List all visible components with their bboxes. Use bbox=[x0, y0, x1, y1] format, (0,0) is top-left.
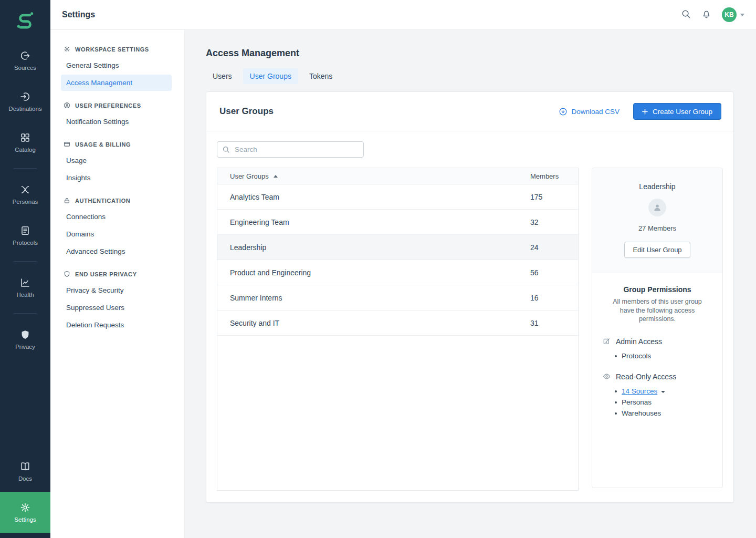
user-icon bbox=[64, 102, 70, 109]
table-row[interactable]: Engineering Team 32 bbox=[217, 210, 578, 235]
section-header: END USER PRIVACY bbox=[50, 266, 184, 282]
group-name-cell: Product and Engineering bbox=[217, 268, 530, 277]
card-body: User Groups Members Analytics Team 175 bbox=[206, 131, 733, 502]
table-row[interactable]: Security and IT 31 bbox=[217, 311, 578, 336]
notifications-button[interactable] bbox=[701, 9, 711, 20]
sidebar-item-personas[interactable]: Personas bbox=[0, 174, 50, 215]
user-groups-table: User Groups Members Analytics Team 175 bbox=[217, 168, 579, 491]
section-header: USAGE & BILLING bbox=[50, 137, 184, 152]
settings-section-user-preferences: USER PREFERENCES Notification Settings bbox=[50, 98, 184, 130]
sidebar-item-usage[interactable]: Usage bbox=[61, 152, 172, 169]
readonly-access-label: Read-Only Access bbox=[616, 373, 676, 381]
members-column-header[interactable]: Members bbox=[530, 172, 578, 180]
group-name: Engineering Team bbox=[230, 218, 289, 226]
admin-access-label: Admin Access bbox=[616, 337, 662, 346]
section-header: USER PREFERENCES bbox=[50, 98, 184, 113]
sidebar-item-destinations[interactable]: Destinations bbox=[0, 81, 50, 122]
readonly-access-group: Read-Only Access 14 Sources Personas War… bbox=[603, 373, 712, 419]
table-row[interactable]: Product and Engineering 56 bbox=[217, 260, 578, 285]
create-user-group-label: Create User Group bbox=[653, 108, 712, 116]
search-icon bbox=[681, 9, 691, 20]
topbar-actions: KB bbox=[681, 7, 744, 22]
sidebar-item-health[interactable]: Health bbox=[0, 267, 50, 308]
search-box bbox=[217, 141, 364, 158]
members-count-cell: 24 bbox=[530, 243, 578, 252]
group-avatar bbox=[648, 199, 666, 216]
group-name-cell: Analytics Team bbox=[217, 193, 530, 201]
nav-label: Health bbox=[16, 292, 34, 298]
eye-icon bbox=[603, 373, 611, 380]
topbar: Settings KB bbox=[50, 0, 756, 30]
group-name: Security and IT bbox=[230, 319, 279, 327]
members-count-cell: 56 bbox=[530, 268, 578, 277]
tab-tokens[interactable]: Tokens bbox=[302, 68, 339, 84]
nav-label: Docs bbox=[18, 475, 32, 482]
members-header-label: Members bbox=[530, 172, 559, 180]
edit-user-group-button[interactable]: Edit User Group bbox=[624, 242, 690, 258]
sidebar-item-sources[interactable]: Sources bbox=[0, 40, 50, 81]
settings-section-workspace: WORKSPACE SETTINGS General Settings Acce… bbox=[50, 42, 184, 91]
lock-icon bbox=[64, 197, 70, 204]
billing-card-icon bbox=[64, 141, 70, 148]
sidebar-item-general-settings[interactable]: General Settings bbox=[61, 57, 172, 74]
sidebar-item-protocols[interactable]: Protocols bbox=[0, 215, 50, 256]
edit-icon bbox=[603, 337, 611, 345]
sidebar-item-privacy[interactable]: Privacy bbox=[0, 319, 50, 360]
sidebar-item-privacy-security[interactable]: Privacy & Security bbox=[61, 282, 172, 298]
plus-icon bbox=[642, 109, 648, 115]
sources-icon bbox=[20, 50, 30, 61]
table-row[interactable]: Leadership 24 bbox=[217, 235, 578, 260]
primary-sidebar: Sources Destinations Catalog Personas Pr… bbox=[0, 0, 50, 538]
permission-item: Personas bbox=[603, 397, 712, 408]
sort-ascending-icon[interactable] bbox=[274, 175, 278, 178]
nav-label: Catalog bbox=[15, 147, 36, 153]
settings-section-usage-billing: USAGE & BILLING Usage Insights bbox=[50, 137, 184, 186]
sidebar-item-insights[interactable]: Insights bbox=[61, 170, 172, 186]
name-column-header[interactable]: User Groups bbox=[217, 172, 530, 180]
download-icon bbox=[559, 107, 568, 116]
card-title: User Groups bbox=[219, 106, 274, 117]
tab-user-groups[interactable]: User Groups bbox=[243, 68, 298, 84]
sidebar-item-domains[interactable]: Domains bbox=[61, 226, 172, 242]
table-row[interactable]: Analytics Team 175 bbox=[217, 184, 578, 210]
settings-sidebar: WORKSPACE SETTINGS General Settings Acce… bbox=[50, 30, 185, 538]
main-content: Access Management Users User Groups Toke… bbox=[185, 30, 756, 538]
avatar[interactable]: KB bbox=[722, 7, 737, 22]
members-count-cell: 31 bbox=[530, 319, 578, 327]
permissions-description: All members of this user group have the … bbox=[605, 297, 710, 324]
permission-item: Protocols bbox=[603, 350, 712, 361]
search-button[interactable] bbox=[681, 9, 691, 20]
search-icon bbox=[222, 146, 230, 153]
sources-count-link[interactable]: 14 Sources bbox=[622, 387, 657, 395]
sidebar-item-connections[interactable]: Connections bbox=[61, 209, 172, 225]
group-name-cell: Summer Interns bbox=[217, 294, 530, 302]
sidebar-item-deletion-requests[interactable]: Deletion Requests bbox=[61, 317, 172, 333]
sidebar-item-access-management[interactable]: Access Management bbox=[61, 75, 172, 91]
table-row[interactable]: Summer Interns 16 bbox=[217, 285, 578, 311]
sidebar-item-settings[interactable]: Settings bbox=[0, 492, 50, 533]
permission-item: Warehouses bbox=[603, 408, 712, 419]
catalog-icon bbox=[20, 132, 30, 143]
tab-users[interactable]: Users bbox=[206, 68, 239, 84]
create-user-group-button[interactable]: Create User Group bbox=[633, 103, 721, 120]
permissions-title: Group Permissions bbox=[603, 285, 712, 294]
download-csv-button[interactable]: Download CSV bbox=[559, 107, 620, 116]
chevron-down-icon[interactable] bbox=[740, 14, 744, 16]
group-name: Analytics Team bbox=[230, 193, 279, 201]
privacy-shield-icon bbox=[20, 329, 30, 340]
admin-access-header: Admin Access bbox=[603, 337, 712, 346]
chevron-down-icon[interactable] bbox=[661, 391, 665, 393]
section-title: END USER PRIVACY bbox=[75, 271, 137, 277]
sidebar-item-suppressed-users[interactable]: Suppressed Users bbox=[61, 299, 172, 316]
segment-logo[interactable] bbox=[0, 0, 50, 40]
settings-gear-icon bbox=[20, 502, 30, 513]
sidebar-item-docs[interactable]: Docs bbox=[0, 451, 50, 492]
nav-label: Sources bbox=[14, 65, 36, 71]
search-input[interactable] bbox=[217, 141, 364, 158]
sidebar-item-catalog[interactable]: Catalog bbox=[0, 122, 50, 163]
card-actions: Download CSV Create User Group bbox=[559, 103, 721, 120]
nav-label: Personas bbox=[13, 199, 38, 205]
sidebar-item-advanced-settings[interactable]: Advanced Settings bbox=[61, 243, 172, 260]
sidebar-item-notification-settings[interactable]: Notification Settings bbox=[61, 113, 172, 130]
account-menu[interactable]: KB bbox=[722, 7, 744, 22]
